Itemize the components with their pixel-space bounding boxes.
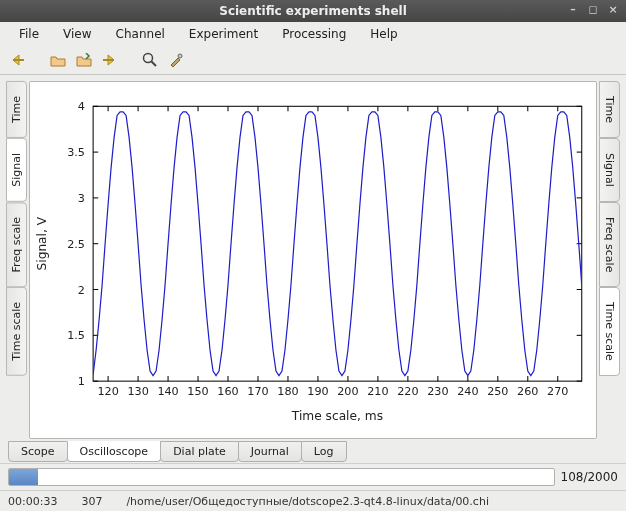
svg-text:180: 180 <box>277 385 298 398</box>
status-bar: 00:00:33 307 /home/user/Общедоступные/do… <box>0 490 626 511</box>
tab-oscilloscope[interactable]: Oscilloscope <box>67 441 162 462</box>
svg-text:170: 170 <box>247 385 268 398</box>
svg-point-2 <box>144 54 153 63</box>
open-icon[interactable] <box>50 49 72 71</box>
progress-label: 108/2000 <box>561 470 619 484</box>
menu-view[interactable]: View <box>52 24 102 44</box>
status-path: /home/user/Общедоступные/dotscope2.3-qt4… <box>126 495 489 508</box>
svg-text:1: 1 <box>78 375 85 388</box>
svg-text:Signal, V: Signal, V <box>35 216 49 270</box>
menu-channel[interactable]: Channel <box>105 24 176 44</box>
svg-text:120: 120 <box>97 385 118 398</box>
svg-text:260: 260 <box>517 385 538 398</box>
menu-experiment[interactable]: Experiment <box>178 24 269 44</box>
svg-text:240: 240 <box>457 385 478 398</box>
menu-file[interactable]: File <box>8 24 50 44</box>
left-tab-signal[interactable]: Signal <box>6 138 27 202</box>
svg-text:3: 3 <box>78 192 85 205</box>
tab-log[interactable]: Log <box>301 441 347 462</box>
svg-point-4 <box>178 54 182 58</box>
menubar: File View Channel Experiment Processing … <box>0 22 626 46</box>
left-tab-group: Time Signal Freq scale Time scale <box>6 81 27 439</box>
import-icon[interactable] <box>76 49 98 71</box>
svg-text:130: 130 <box>127 385 148 398</box>
zoom-icon[interactable] <box>142 49 164 71</box>
svg-text:210: 210 <box>367 385 388 398</box>
left-tab-freq-scale[interactable]: Freq scale <box>6 202 27 287</box>
svg-text:140: 140 <box>157 385 178 398</box>
left-tab-time[interactable]: Time <box>6 81 27 138</box>
tab-dial-plate[interactable]: Dial plate <box>160 441 239 462</box>
plot-area: 1201301401501601701801902002102202302402… <box>29 81 597 439</box>
status-time: 00:00:33 <box>8 495 57 508</box>
maximize-icon[interactable]: ◻ <box>586 3 600 17</box>
titlebar: Scientific experiments shell – ◻ × <box>0 0 626 22</box>
svg-text:3.5: 3.5 <box>67 146 85 159</box>
right-tab-time-scale[interactable]: Time scale <box>599 287 620 376</box>
status-count: 307 <box>81 495 102 508</box>
svg-text:190: 190 <box>307 385 328 398</box>
svg-text:250: 250 <box>487 385 508 398</box>
close-icon[interactable]: × <box>606 3 620 17</box>
svg-text:200: 200 <box>337 385 358 398</box>
right-tab-time[interactable]: Time <box>599 81 620 138</box>
progress-bar <box>8 468 555 486</box>
bottom-tab-group: Scope Oscilloscope Dial plate Journal Lo… <box>0 441 626 463</box>
svg-text:150: 150 <box>187 385 208 398</box>
toolbar <box>0 46 626 75</box>
right-tab-group: Time Signal Freq scale Time scale <box>599 81 620 439</box>
progress-row: 108/2000 <box>0 463 626 490</box>
minimize-icon[interactable]: – <box>566 3 580 17</box>
svg-text:2: 2 <box>78 284 85 297</box>
tab-journal[interactable]: Journal <box>238 441 302 462</box>
svg-text:4: 4 <box>78 100 85 113</box>
svg-text:Time scale, ms: Time scale, ms <box>291 409 383 423</box>
svg-text:160: 160 <box>217 385 238 398</box>
left-tab-time-scale[interactable]: Time scale <box>6 287 27 376</box>
menu-help[interactable]: Help <box>359 24 408 44</box>
back-icon[interactable] <box>10 49 32 71</box>
app-window: Scientific experiments shell – ◻ × File … <box>0 0 626 511</box>
probe-icon[interactable] <box>168 49 190 71</box>
svg-text:2.5: 2.5 <box>67 238 85 251</box>
right-tab-signal[interactable]: Signal <box>599 138 620 202</box>
svg-rect-5 <box>93 106 582 381</box>
window-title: Scientific experiments shell <box>219 4 407 18</box>
svg-text:230: 230 <box>427 385 448 398</box>
tab-scope[interactable]: Scope <box>8 441 68 462</box>
svg-text:1.5: 1.5 <box>67 329 85 342</box>
central-area: Time Signal Freq scale Time scale 120130… <box>0 75 626 441</box>
svg-text:220: 220 <box>397 385 418 398</box>
signal-chart[interactable]: 1201301401501601701801902002102202302402… <box>30 82 596 438</box>
svg-line-3 <box>152 62 157 67</box>
window-buttons: – ◻ × <box>566 3 620 17</box>
menu-processing[interactable]: Processing <box>271 24 357 44</box>
forward-icon[interactable] <box>102 49 124 71</box>
svg-text:270: 270 <box>547 385 568 398</box>
right-tab-freq-scale[interactable]: Freq scale <box>599 202 620 287</box>
